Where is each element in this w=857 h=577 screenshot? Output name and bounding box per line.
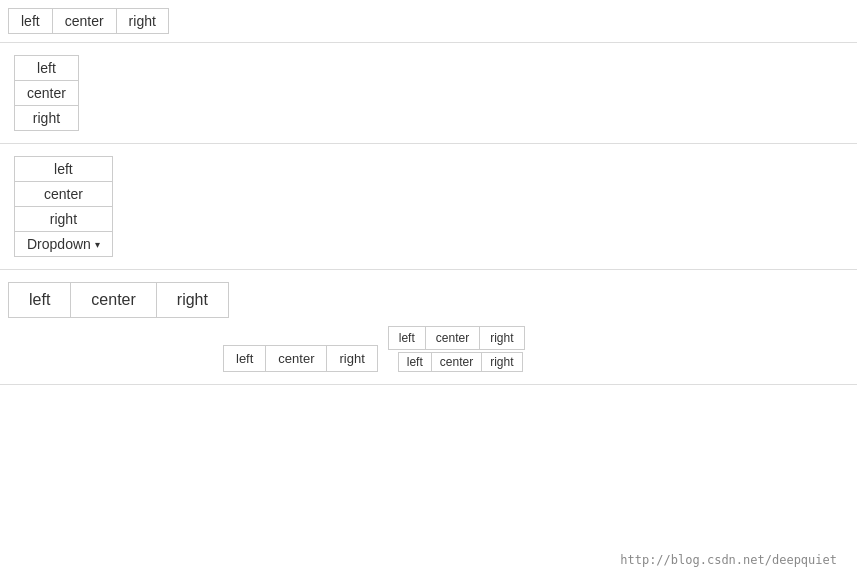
url-text: http://blog.csdn.net/deepquiet	[620, 553, 837, 567]
section-4: left center right left center right left…	[0, 270, 857, 385]
s4-right-button[interactable]: right	[157, 282, 229, 318]
s4s-left-button[interactable]: left	[388, 326, 426, 350]
section-3: left center right Dropdown ▾	[0, 144, 857, 270]
section-1: left center right	[0, 0, 857, 43]
btn-group-vertical-3: left center right Dropdown ▾	[14, 156, 113, 257]
btn-group-small: left center right	[388, 326, 525, 350]
s4s-center-button[interactable]: center	[426, 326, 480, 350]
s1-right-button[interactable]: right	[117, 8, 169, 34]
s2-center-button[interactable]: center	[14, 81, 79, 106]
s4xs-center-button[interactable]: center	[432, 352, 482, 372]
s3-left-button[interactable]: left	[14, 156, 113, 182]
s3-right-button[interactable]: right	[14, 207, 113, 232]
s1-center-button[interactable]: center	[53, 8, 117, 34]
s3-dropdown-label: Dropdown	[27, 236, 91, 252]
s1-left-button[interactable]: left	[8, 8, 53, 34]
dropdown-arrow-icon: ▾	[95, 239, 100, 250]
s4m-center-button[interactable]: center	[266, 345, 327, 372]
s3-dropdown-button[interactable]: Dropdown ▾	[14, 232, 113, 257]
btn-group-vertical-2: left center right	[14, 55, 79, 131]
btn-group-medium: left center right	[223, 345, 378, 372]
s4m-left-button[interactable]: left	[223, 345, 266, 372]
s2-right-button[interactable]: right	[14, 106, 79, 131]
s4-left-button[interactable]: left	[8, 282, 71, 318]
s4s-right-button[interactable]: right	[480, 326, 524, 350]
s4xs-right-button[interactable]: right	[482, 352, 522, 372]
s2-left-button[interactable]: left	[14, 55, 79, 81]
s3-center-button[interactable]: center	[14, 182, 113, 207]
btn-group-horizontal-1: left center right	[8, 8, 169, 34]
btn-group-xsmall: left center right	[398, 352, 523, 372]
s4-center-button[interactable]: center	[71, 282, 156, 318]
s4m-right-button[interactable]: right	[327, 345, 377, 372]
section-2: left center right	[0, 43, 857, 144]
btn-group-large: left center right	[8, 282, 229, 318]
s4xs-left-button[interactable]: left	[398, 352, 432, 372]
